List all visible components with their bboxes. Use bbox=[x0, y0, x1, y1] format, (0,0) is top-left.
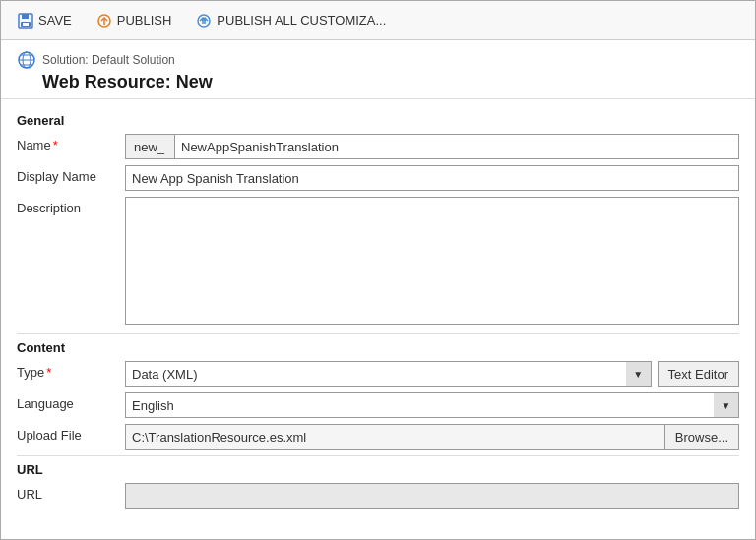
name-required: * bbox=[53, 138, 58, 152]
url-input[interactable] bbox=[125, 483, 739, 509]
type-field-group: Data (XML)Script (JScript)Web Page (HTML… bbox=[125, 361, 739, 387]
description-label: Description bbox=[17, 197, 125, 215]
display-name-label: Display Name bbox=[17, 165, 125, 184]
publish-icon bbox=[95, 12, 113, 30]
publish-label: PUBLISH bbox=[117, 13, 172, 28]
upload-path-display: C:\TranslationResource.es.xml bbox=[125, 424, 665, 450]
page-header: Solution: Default Solution Web Resource:… bbox=[1, 40, 755, 99]
type-required: * bbox=[46, 365, 51, 380]
type-row: Type* Data (XML)Script (JScript)Web Page… bbox=[17, 361, 739, 387]
content-area: General Name* new_ Display Name Descript… bbox=[1, 99, 755, 539]
svg-point-6 bbox=[198, 15, 210, 27]
general-section-title: General bbox=[17, 113, 739, 128]
svg-rect-1 bbox=[22, 14, 29, 19]
description-field bbox=[125, 197, 739, 328]
language-row: Language EnglishSpanishFrenchGerman ▼ bbox=[17, 392, 739, 418]
display-name-input[interactable] bbox=[125, 165, 739, 191]
publish-all-button[interactable]: PUBLISH ALL CUSTOMIZA... bbox=[191, 10, 390, 31]
type-label: Type* bbox=[17, 361, 125, 380]
save-button[interactable]: SAVE bbox=[13, 10, 76, 31]
url-section-title: URL bbox=[17, 462, 739, 477]
section-divider bbox=[17, 333, 739, 334]
name-row: Name* new_ bbox=[17, 134, 739, 159]
solution-text: Solution: Default Solution bbox=[42, 53, 175, 67]
description-textarea[interactable] bbox=[125, 197, 739, 325]
save-icon bbox=[17, 12, 34, 30]
content-section-title: Content bbox=[17, 340, 739, 355]
url-label: URL bbox=[17, 483, 125, 502]
main-window: SAVE PUBLISH PUB bbox=[0, 0, 756, 540]
type-select[interactable]: Data (XML)Script (JScript)Web Page (HTML… bbox=[125, 361, 652, 387]
svg-rect-3 bbox=[23, 23, 29, 26]
url-field bbox=[125, 483, 739, 509]
language-field: EnglishSpanishFrenchGerman ▼ bbox=[125, 392, 739, 418]
name-label: Name* bbox=[17, 134, 125, 152]
browse-button[interactable]: Browse... bbox=[665, 424, 739, 450]
type-select-wrapper: Data (XML)Script (JScript)Web Page (HTML… bbox=[125, 361, 652, 387]
url-section-divider bbox=[17, 455, 739, 456]
language-select-wrapper: EnglishSpanishFrenchGerman ▼ bbox=[125, 392, 739, 418]
globe-icon bbox=[17, 50, 36, 70]
text-editor-button[interactable]: Text Editor bbox=[658, 361, 739, 387]
solution-label: Solution: Default Solution bbox=[17, 50, 739, 70]
name-field-group: new_ bbox=[125, 134, 739, 159]
upload-file-row: Upload File C:\TranslationResource.es.xm… bbox=[17, 424, 739, 450]
name-input[interactable] bbox=[174, 134, 739, 159]
language-label: Language bbox=[17, 392, 125, 411]
upload-file-label: Upload File bbox=[17, 424, 125, 443]
publish-all-icon bbox=[195, 12, 213, 30]
publish-button[interactable]: PUBLISH bbox=[92, 10, 176, 31]
name-prefix: new_ bbox=[125, 134, 174, 159]
display-name-field bbox=[125, 165, 739, 191]
toolbar: SAVE PUBLISH PUB bbox=[1, 1, 755, 40]
upload-file-field: C:\TranslationResource.es.xml Browse... bbox=[125, 424, 739, 450]
publish-all-label: PUBLISH ALL CUSTOMIZA... bbox=[217, 13, 386, 28]
language-select[interactable]: EnglishSpanishFrenchGerman bbox=[125, 392, 739, 418]
page-title: Web Resource: New bbox=[42, 72, 739, 92]
url-row: URL bbox=[17, 483, 739, 509]
save-label: SAVE bbox=[38, 13, 72, 28]
display-name-row: Display Name bbox=[17, 165, 739, 191]
description-row: Description bbox=[17, 197, 739, 328]
